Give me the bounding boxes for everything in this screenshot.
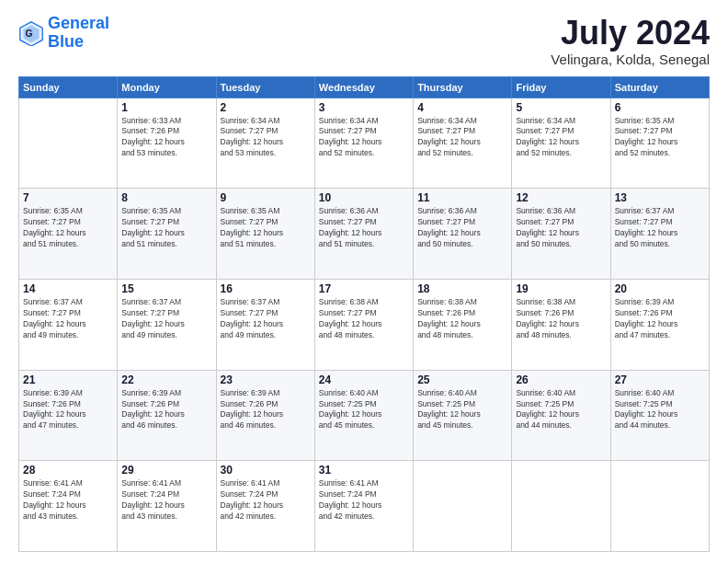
day-info: Sunrise: 6:36 AM Sunset: 7:27 PM Dayligh…: [319, 206, 409, 250]
week-row-2: 7Sunrise: 6:35 AM Sunset: 7:27 PM Daylig…: [19, 189, 710, 280]
week-row-4: 21Sunrise: 6:39 AM Sunset: 7:26 PM Dayli…: [19, 370, 710, 461]
day-info: Sunrise: 6:38 AM Sunset: 7:26 PM Dayligh…: [417, 297, 507, 341]
table-cell: 25Sunrise: 6:40 AM Sunset: 7:25 PM Dayli…: [414, 370, 512, 461]
day-info: Sunrise: 6:35 AM Sunset: 7:27 PM Dayligh…: [121, 206, 211, 250]
day-info: Sunrise: 6:41 AM Sunset: 7:24 PM Dayligh…: [221, 478, 311, 523]
table-cell: 27Sunrise: 6:40 AM Sunset: 7:25 PM Dayli…: [610, 370, 709, 461]
table-cell: 11Sunrise: 6:36 AM Sunset: 7:27 PM Dayli…: [414, 189, 512, 280]
day-number: 2: [221, 101, 311, 114]
table-cell: 21Sunrise: 6:39 AM Sunset: 7:26 PM Dayli…: [19, 370, 118, 461]
page: G General Blue July 2024 Velingara, Kold…: [0, 0, 728, 563]
day-info: Sunrise: 6:41 AM Sunset: 7:24 PM Dayligh…: [319, 478, 409, 523]
day-info: Sunrise: 6:37 AM Sunset: 7:27 PM Dayligh…: [121, 297, 211, 341]
col-wednesday: Wednesday: [314, 76, 413, 98]
week-row-3: 14Sunrise: 6:37 AM Sunset: 7:27 PM Dayli…: [19, 279, 710, 370]
table-cell: 29Sunrise: 6:41 AM Sunset: 7:24 PM Dayli…: [118, 461, 216, 552]
col-saturday: Saturday: [610, 76, 709, 98]
table-cell: 6Sunrise: 6:35 AM Sunset: 7:27 PM Daylig…: [610, 98, 709, 189]
day-info: Sunrise: 6:40 AM Sunset: 7:25 PM Dayligh…: [417, 388, 507, 432]
logo-icon: G: [18, 20, 44, 46]
table-cell: [414, 461, 512, 552]
day-number: 6: [615, 101, 705, 114]
day-number: 26: [516, 373, 606, 386]
table-cell: [19, 98, 118, 189]
day-info: Sunrise: 6:34 AM Sunset: 7:27 PM Dayligh…: [516, 116, 606, 160]
day-number: 25: [417, 373, 507, 386]
location-title: Velingara, Kolda, Senegal: [551, 52, 710, 67]
day-info: Sunrise: 6:40 AM Sunset: 7:25 PM Dayligh…: [615, 388, 705, 432]
col-sunday: Sunday: [19, 76, 118, 98]
day-number: 1: [121, 101, 211, 114]
logo-name: General Blue: [48, 15, 109, 52]
day-info: Sunrise: 6:37 AM Sunset: 7:27 PM Dayligh…: [23, 297, 113, 341]
day-number: 10: [319, 191, 409, 204]
logo-general: General: [48, 14, 109, 32]
logo-text-block: General Blue: [48, 15, 109, 52]
day-number: 27: [615, 373, 705, 386]
day-number: 8: [121, 191, 211, 204]
day-number: 16: [221, 282, 311, 295]
day-number: 31: [319, 464, 409, 477]
day-number: 22: [121, 373, 211, 386]
table-cell: 4Sunrise: 6:34 AM Sunset: 7:27 PM Daylig…: [414, 98, 512, 189]
table-cell: 28Sunrise: 6:41 AM Sunset: 7:24 PM Dayli…: [19, 461, 118, 552]
table-cell: 31Sunrise: 6:41 AM Sunset: 7:24 PM Dayli…: [314, 461, 413, 552]
svg-text:G: G: [25, 29, 32, 39]
table-cell: 26Sunrise: 6:40 AM Sunset: 7:25 PM Dayli…: [512, 370, 610, 461]
day-info: Sunrise: 6:36 AM Sunset: 7:27 PM Dayligh…: [516, 206, 606, 250]
calendar-table: Sunday Monday Tuesday Wednesday Thursday…: [18, 76, 710, 552]
table-cell: 16Sunrise: 6:37 AM Sunset: 7:27 PM Dayli…: [216, 279, 314, 370]
day-info: Sunrise: 6:39 AM Sunset: 7:26 PM Dayligh…: [221, 388, 311, 432]
table-cell: 22Sunrise: 6:39 AM Sunset: 7:26 PM Dayli…: [118, 370, 216, 461]
logo: G General Blue: [18, 15, 109, 52]
table-cell: 30Sunrise: 6:41 AM Sunset: 7:24 PM Dayli…: [216, 461, 314, 552]
table-cell: 7Sunrise: 6:35 AM Sunset: 7:27 PM Daylig…: [19, 189, 118, 280]
header: G General Blue July 2024 Velingara, Kold…: [18, 15, 710, 67]
table-cell: 1Sunrise: 6:33 AM Sunset: 7:26 PM Daylig…: [118, 98, 216, 189]
day-number: 20: [615, 282, 705, 295]
table-cell: 10Sunrise: 6:36 AM Sunset: 7:27 PM Dayli…: [314, 189, 413, 280]
day-info: Sunrise: 6:34 AM Sunset: 7:27 PM Dayligh…: [319, 116, 409, 160]
week-row-5: 28Sunrise: 6:41 AM Sunset: 7:24 PM Dayli…: [19, 461, 710, 552]
col-monday: Monday: [118, 76, 216, 98]
day-info: Sunrise: 6:38 AM Sunset: 7:26 PM Dayligh…: [516, 297, 606, 341]
table-cell: 13Sunrise: 6:37 AM Sunset: 7:27 PM Dayli…: [610, 189, 709, 280]
col-thursday: Thursday: [414, 76, 512, 98]
day-info: Sunrise: 6:33 AM Sunset: 7:26 PM Dayligh…: [121, 116, 211, 160]
table-cell: 24Sunrise: 6:40 AM Sunset: 7:25 PM Dayli…: [314, 370, 413, 461]
day-number: 3: [319, 101, 409, 114]
table-cell: [610, 461, 709, 552]
table-cell: 14Sunrise: 6:37 AM Sunset: 7:27 PM Dayli…: [19, 279, 118, 370]
table-cell: 19Sunrise: 6:38 AM Sunset: 7:26 PM Dayli…: [512, 279, 610, 370]
day-number: 24: [319, 373, 409, 386]
day-info: Sunrise: 6:39 AM Sunset: 7:26 PM Dayligh…: [23, 388, 113, 432]
header-row: Sunday Monday Tuesday Wednesday Thursday…: [19, 76, 710, 98]
day-info: Sunrise: 6:37 AM Sunset: 7:27 PM Dayligh…: [615, 206, 705, 250]
day-info: Sunrise: 6:40 AM Sunset: 7:25 PM Dayligh…: [319, 388, 409, 432]
day-number: 11: [417, 191, 507, 204]
day-number: 30: [221, 464, 311, 477]
day-number: 12: [516, 191, 606, 204]
day-number: 28: [23, 464, 113, 477]
day-number: 17: [319, 282, 409, 295]
day-info: Sunrise: 6:39 AM Sunset: 7:26 PM Dayligh…: [615, 297, 705, 341]
table-cell: 3Sunrise: 6:34 AM Sunset: 7:27 PM Daylig…: [314, 98, 413, 189]
day-number: 13: [615, 191, 705, 204]
day-number: 14: [23, 282, 113, 295]
table-cell: 17Sunrise: 6:38 AM Sunset: 7:27 PM Dayli…: [314, 279, 413, 370]
table-cell: 2Sunrise: 6:34 AM Sunset: 7:27 PM Daylig…: [216, 98, 314, 189]
day-number: 23: [221, 373, 311, 386]
table-cell: 15Sunrise: 6:37 AM Sunset: 7:27 PM Dayli…: [118, 279, 216, 370]
col-friday: Friday: [512, 76, 610, 98]
day-info: Sunrise: 6:34 AM Sunset: 7:27 PM Dayligh…: [221, 116, 311, 160]
day-number: 7: [23, 191, 113, 204]
logo-blue: Blue: [48, 32, 84, 51]
day-info: Sunrise: 6:35 AM Sunset: 7:27 PM Dayligh…: [615, 116, 705, 160]
day-number: 18: [417, 282, 507, 295]
title-block: July 2024 Velingara, Kolda, Senegal: [551, 15, 710, 67]
day-info: Sunrise: 6:38 AM Sunset: 7:27 PM Dayligh…: [319, 297, 409, 341]
table-cell: 20Sunrise: 6:39 AM Sunset: 7:26 PM Dayli…: [610, 279, 709, 370]
day-info: Sunrise: 6:35 AM Sunset: 7:27 PM Dayligh…: [23, 206, 113, 250]
col-tuesday: Tuesday: [216, 76, 314, 98]
table-cell: 5Sunrise: 6:34 AM Sunset: 7:27 PM Daylig…: [512, 98, 610, 189]
